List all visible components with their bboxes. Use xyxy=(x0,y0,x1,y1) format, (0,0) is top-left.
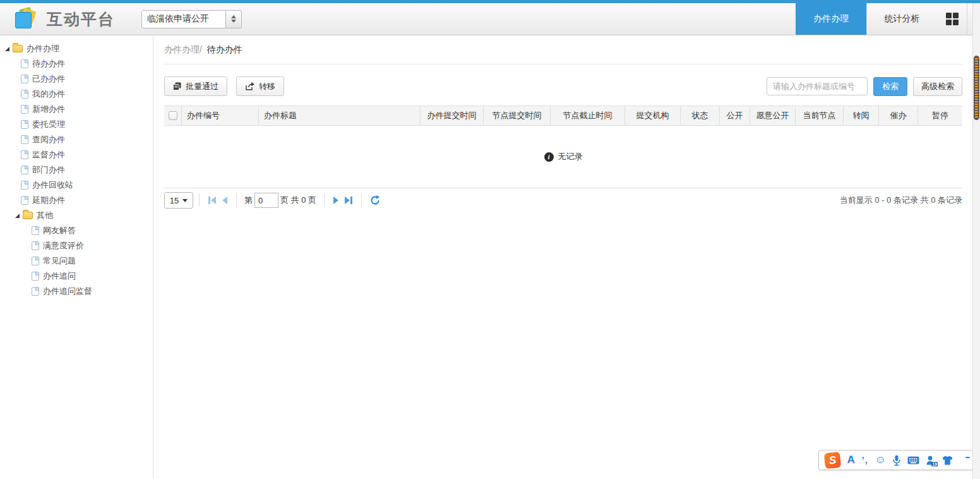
column-header[interactable]: 节点截止时间 xyxy=(551,106,625,125)
first-page-button[interactable] xyxy=(208,197,216,204)
ime-toolbar: S A ’, ☺ 19 xyxy=(818,450,976,470)
page-prefix-label: 第 xyxy=(244,195,253,206)
english-toggle-icon[interactable]: A xyxy=(847,454,855,466)
brand: 互动平台 xyxy=(14,3,115,35)
sidebar-item-label: 办件追问监督 xyxy=(43,286,92,297)
sidebar-item-label: 委托受理 xyxy=(32,119,65,130)
org-select-input[interactable] xyxy=(141,10,226,28)
org-select-stepper[interactable] xyxy=(226,10,242,28)
tab-case-handling[interactable]: 办件办理 xyxy=(796,3,866,35)
skin-icon[interactable] xyxy=(942,456,953,465)
column-header[interactable]: 办件编号 xyxy=(182,106,259,125)
sidebar-item[interactable]: 办件追问 xyxy=(0,269,153,284)
column-header[interactable]: 状态 xyxy=(681,106,720,125)
sidebar-item[interactable]: 我的办件 xyxy=(0,87,153,102)
sidebar-item[interactable]: 延期办件 xyxy=(0,193,153,208)
column-header[interactable]: 公开 xyxy=(720,106,750,125)
breadcrumb-parent[interactable]: 办件办理/ xyxy=(164,44,202,54)
column-header[interactable]: 转阅 xyxy=(844,106,879,125)
folder-icon xyxy=(23,212,33,219)
breadcrumb-divider xyxy=(164,64,962,64)
toolbox-icon[interactable] xyxy=(960,455,970,465)
sidebar-item[interactable]: 满意度评价 xyxy=(0,238,153,253)
sidebar-item[interactable]: 办件追问监督 xyxy=(0,284,153,299)
previous-page-button[interactable] xyxy=(222,197,227,204)
empty-state: i 无记录 xyxy=(164,126,962,188)
document-icon xyxy=(21,59,28,68)
pager-separator xyxy=(324,193,325,207)
sidebar-item[interactable]: 网友解答 xyxy=(0,223,153,238)
column-header[interactable]: 暂停 xyxy=(918,106,962,125)
batch-approve-button[interactable]: 批量通过 xyxy=(164,76,227,96)
folder-icon xyxy=(13,45,23,52)
caret-expanded-icon[interactable] xyxy=(15,214,20,218)
main-content: 办件办理/ 待办办件 批量通过 转移 检索 高级检索 xyxy=(154,35,972,479)
sidebar-item-label: 延期办件 xyxy=(32,195,65,206)
document-icon xyxy=(21,90,28,99)
breadcrumb-current: 待办办件 xyxy=(207,44,242,54)
scrollbar-thumb[interactable] xyxy=(974,56,979,120)
page-number-input[interactable] xyxy=(254,193,278,208)
document-icon xyxy=(21,150,28,159)
table-header-row: 办件编号办件标题办件提交时间节点提交时间节点截止时间提交机构状态公开愿意公开当前… xyxy=(164,106,962,126)
column-header[interactable]: 办件提交时间 xyxy=(421,106,484,125)
next-page-button[interactable] xyxy=(333,197,338,204)
page-scrollbar[interactable] xyxy=(972,3,980,479)
chevron-down-icon xyxy=(182,199,188,202)
document-icon xyxy=(21,196,28,205)
sidebar-item[interactable]: 监督办件 xyxy=(0,147,153,162)
page-size-select[interactable]: 15 xyxy=(164,192,193,209)
sidebar-group[interactable]: 办件办理 xyxy=(0,41,153,56)
emoji-icon[interactable]: ☺ xyxy=(875,454,886,466)
last-page-button[interactable] xyxy=(345,197,352,204)
apps-grid-button[interactable] xyxy=(937,3,967,35)
sidebar-group[interactable]: 其他 xyxy=(0,208,153,223)
sidebar-item[interactable]: 委托受理 xyxy=(0,117,153,132)
pagination-bar: 15 第 页 共 0 页 当前显示 0 - 0 条记录 共 0 条记录 xyxy=(164,188,962,212)
sidebar-item[interactable]: 办件回收站 xyxy=(0,178,153,193)
sidebar-item[interactable]: 常见问题 xyxy=(0,253,153,269)
sidebar-item[interactable]: 已办办件 xyxy=(0,71,153,87)
advanced-search-button[interactable]: 高级检索 xyxy=(913,77,962,96)
sidebar-item-label: 办件追问 xyxy=(43,270,76,282)
records-summary: 当前显示 0 - 0 条记录 共 0 条记录 xyxy=(840,195,962,206)
apps-grid-icon xyxy=(946,13,959,25)
transfer-button[interactable]: 转移 xyxy=(236,76,284,96)
refresh-button[interactable] xyxy=(370,195,380,205)
column-header[interactable]: 提交机构 xyxy=(625,106,681,125)
keyboard-icon[interactable] xyxy=(907,456,919,464)
sidebar-item[interactable]: 查阅办件 xyxy=(0,132,153,147)
org-combobox xyxy=(141,10,242,28)
empty-text: 无记录 xyxy=(558,151,583,162)
sidebar-item-label: 新增办件 xyxy=(32,104,65,115)
column-header[interactable]: 当前节点 xyxy=(796,106,844,125)
microphone-icon[interactable] xyxy=(893,455,900,466)
sidebar-group-label: 其他 xyxy=(37,210,53,221)
sidebar-item[interactable]: 新增办件 xyxy=(0,102,153,117)
sidebar-item-label: 办件回收站 xyxy=(32,179,73,191)
select-all-checkbox[interactable] xyxy=(169,111,177,120)
search-button[interactable]: 检索 xyxy=(873,77,907,96)
sidebar-item[interactable]: 待办办件 xyxy=(0,56,153,71)
sidebar-item-label: 我的办件 xyxy=(32,88,65,100)
sidebar-item-label: 待办办件 xyxy=(32,58,65,70)
document-icon xyxy=(21,181,28,190)
caret-expanded-icon[interactable] xyxy=(5,47,9,51)
document-icon xyxy=(32,226,39,235)
column-header[interactable]: 节点提交时间 xyxy=(484,106,551,125)
punctuation-icon[interactable]: ’, xyxy=(862,455,868,465)
select-all-cell xyxy=(164,106,182,125)
sogou-logo[interactable]: S xyxy=(823,451,840,468)
document-icon xyxy=(21,135,28,144)
batch-documents-icon xyxy=(173,82,181,90)
tab-statistics[interactable]: 统计分析 xyxy=(866,3,937,35)
column-header[interactable]: 催办 xyxy=(879,106,918,125)
document-icon xyxy=(21,75,28,83)
user-lexicon-icon[interactable]: 19 xyxy=(926,456,935,465)
transfer-arrow-icon xyxy=(245,82,254,90)
breadcrumb: 办件办理/ 待办办件 xyxy=(164,44,962,56)
column-header[interactable]: 愿意公开 xyxy=(750,106,796,125)
column-header[interactable]: 办件标题 xyxy=(259,106,421,125)
sidebar-item[interactable]: 部门办件 xyxy=(0,162,153,178)
search-input[interactable] xyxy=(767,77,868,95)
